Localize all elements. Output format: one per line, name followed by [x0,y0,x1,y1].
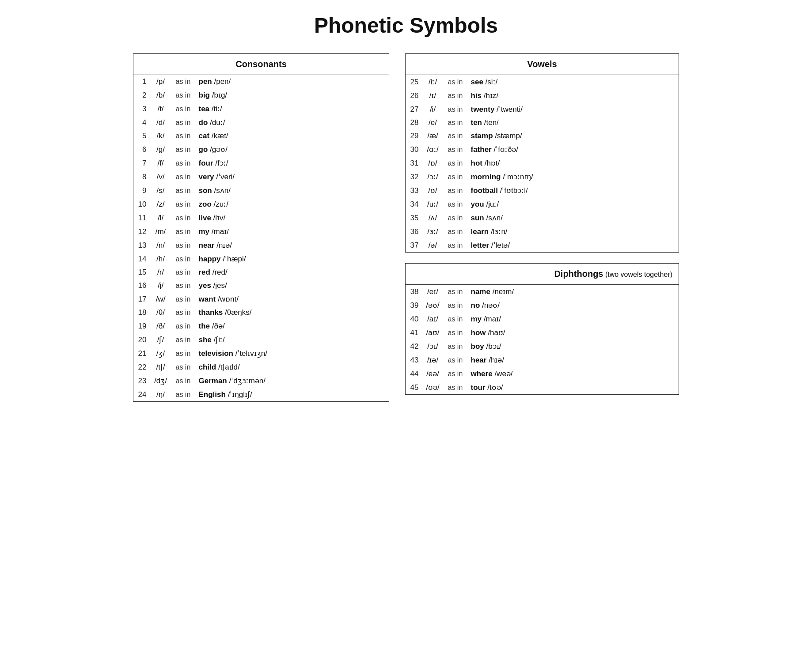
example-word: my /maɪ/ [195,225,389,238]
phonetic-symbol: /b/ [149,88,172,102]
example-word: see /siː/ [467,75,679,89]
row-number: 2 [133,88,149,102]
table-row: 27/i/as intwenty /ˈtwenti/ [406,102,679,116]
as-in-label: as in [444,89,467,102]
example-word: cat /kæt/ [195,129,389,143]
table-row: 39/əʊ/as inno /nəʊ/ [406,298,679,312]
phonetic-symbol: /ʊə/ [421,381,444,395]
row-number: 18 [133,306,149,319]
row-number: 36 [406,225,421,238]
phonetic-symbol: /ɪə/ [421,353,444,367]
table-row: 32/ɔː/as inmorning /ˈmɔːnɪŋ/ [406,170,679,184]
example-word: big /bɪg/ [195,88,389,102]
phonetic-symbol: /ʊ/ [421,184,444,197]
phonetic-symbol: /ʃ/ [149,333,172,347]
phonetic-symbol: /z/ [149,197,172,211]
table-row: 9/s/as inson /sʌn/ [133,184,389,197]
example-word: his /hɪz/ [467,89,679,102]
example-word: sun /sʌn/ [467,211,679,225]
table-row: 22/tʃ/as inchild /tʃaɪld/ [133,360,389,374]
as-in-label: as in [172,292,195,306]
example-word: how /haʊ/ [467,326,679,340]
consonants-header: Consonants [133,54,389,75]
example-word: four /fɔː/ [195,156,389,170]
phonetic-symbol: /ɔɪ/ [421,340,444,353]
table-row: 24/ŋ/as inEnglish /ˈɪŋglɪʃ/ [133,388,389,402]
example-word: live /lɪv/ [195,211,389,225]
as-in-label: as in [444,340,467,353]
as-in-label: as in [172,360,195,374]
table-row: 25/iː/as insee /siː/ [406,75,679,89]
example-word: father /ˈfɑːðə/ [467,143,679,156]
row-number: 6 [133,143,149,156]
vowels-header: Vowels [406,54,679,75]
phonetic-symbol: /əʊ/ [421,298,444,312]
row-number: 44 [406,367,421,381]
row-number: 17 [133,292,149,306]
row-number: 3 [133,102,149,116]
row-number: 4 [133,116,149,129]
example-word: tea /tiː/ [195,102,389,116]
example-word: child /tʃaɪld/ [195,360,389,374]
phonetic-symbol: /eɪ/ [421,285,444,299]
example-word: twenty /ˈtwenti/ [467,102,679,116]
as-in-label: as in [172,102,195,116]
phonetic-symbol: /dʒ/ [149,374,172,388]
row-number: 24 [133,388,149,402]
row-number: 10 [133,197,149,211]
phonetic-symbol: /n/ [149,238,172,252]
example-word: go /gəʊ/ [195,143,389,156]
row-number: 41 [406,326,421,340]
row-number: 45 [406,381,421,395]
as-in-label: as in [172,88,195,102]
as-in-label: as in [444,143,467,156]
phonetic-symbol: /θ/ [149,306,172,319]
example-word: do /duː/ [195,116,389,129]
row-number: 42 [406,340,421,353]
table-row: 19/ð/as inthe /ðə/ [133,319,389,333]
as-in-label: as in [172,374,195,388]
phonetic-symbol: /t/ [149,102,172,116]
as-in-label: as in [172,170,195,184]
example-word: hot /hɒt/ [467,156,679,170]
phonetic-symbol: /iː/ [421,75,444,89]
table-row: 18/θ/as inthanks /θæŋks/ [133,306,389,319]
row-number: 26 [406,89,421,102]
row-number: 29 [406,129,421,143]
phonetic-symbol: /uː/ [421,197,444,211]
phonetic-symbol: /eə/ [421,367,444,381]
vowels-table: Vowels 25/iː/as insee /siː/26/ɪ/as inhis… [405,53,679,253]
phonetic-symbol: /ð/ [149,319,172,333]
as-in-label: as in [444,225,467,238]
phonetic-symbol: /ʒ/ [149,347,172,360]
phonetic-symbol: /w/ [149,292,172,306]
table-row: 10/z/as inzoo /zuː/ [133,197,389,211]
right-panel: Vowels 25/iː/as insee /siː/26/ɪ/as inhis… [405,53,679,395]
table-row: 16/j/as inyes /jes/ [133,279,389,292]
table-row: 26/ɪ/as inhis /hɪz/ [406,89,679,102]
as-in-label: as in [444,298,467,312]
as-in-label: as in [172,306,195,319]
row-number: 34 [406,197,421,211]
as-in-label: as in [172,319,195,333]
table-row: 5/k/as incat /kæt/ [133,129,389,143]
table-row: 20/ʃ/as inshe /ʃiː/ [133,333,389,347]
example-word: learn /lɜːn/ [467,225,679,238]
row-number: 40 [406,312,421,326]
phonetic-symbol: /ə/ [421,238,444,253]
table-row: 29/æ/as instamp /stæmp/ [406,129,679,143]
page-title: Phonetic Symbols [18,13,794,38]
table-row: 30/ɑː/as infather /ˈfɑːðə/ [406,143,679,156]
table-row: 17/w/as inwant /wɒnt/ [133,292,389,306]
example-word: zoo /zuː/ [195,197,389,211]
table-row: 28/e/as inten /ten/ [406,116,679,129]
consonants-panel: Consonants 1/p/as inpen /pen/2/b/as inbi… [133,53,389,402]
phonetic-symbol: /d/ [149,116,172,129]
table-row: 12/m/as inmy /maɪ/ [133,225,389,238]
example-word: name /neɪm/ [467,285,679,299]
row-number: 13 [133,238,149,252]
row-number: 43 [406,353,421,367]
table-row: 14/h/as inhappy /ˈhæpi/ [133,252,389,266]
phonetic-symbol: /h/ [149,252,172,266]
phonetic-symbol: /k/ [149,129,172,143]
